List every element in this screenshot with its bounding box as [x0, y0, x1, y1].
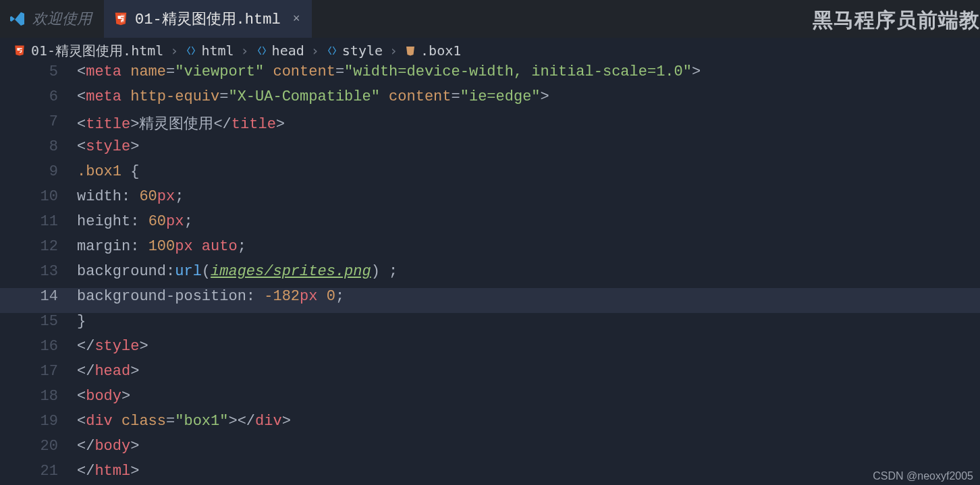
brackets-icon — [256, 45, 268, 57]
line-number: 6 — [0, 88, 77, 113]
chevron-right-icon: › — [240, 42, 250, 59]
code-line[interactable]: 13 background:url(images/sprites.png) ; — [0, 263, 980, 288]
tab-welcome[interactable]: 欢迎使用 — [0, 0, 104, 38]
brackets-icon — [326, 45, 338, 57]
brackets-icon — [185, 45, 197, 57]
watermark-top: 黑马程序员前端教 — [813, 7, 980, 34]
crumb-box1[interactable]: .box1 — [404, 42, 461, 59]
watermark-bottom: CSDN @neoxyf2005 — [873, 470, 973, 482]
line-number: 12 — [0, 238, 77, 263]
crumb-style[interactable]: style — [326, 42, 383, 59]
code-line-active[interactable]: 14 background-position: -182px 0; — [0, 288, 980, 313]
line-number: 19 — [0, 413, 77, 438]
breadcrumb: 01-精灵图使用.html › html › head › style › .b… — [0, 38, 980, 63]
code-line[interactable]: 15 } — [0, 313, 980, 338]
line-number: 5 — [0, 63, 77, 88]
crumb-html-label: html — [201, 42, 234, 59]
crumb-style-label: style — [342, 42, 383, 59]
editor[interactable]: 5 <meta name="viewport" content="width=d… — [0, 63, 980, 485]
line-number: 13 — [0, 263, 77, 288]
vscode-icon — [9, 11, 26, 27]
line-number: 9 — [0, 163, 77, 188]
crumb-head-label: head — [272, 42, 304, 59]
crumb-file-label: 01-精灵图使用.html — [31, 42, 163, 60]
line-number: 16 — [0, 338, 77, 363]
code-line[interactable]: 12 margin: 100px auto; — [0, 238, 980, 263]
chevron-right-icon: › — [169, 42, 180, 59]
line-number: 20 — [0, 438, 77, 463]
code-line[interactable]: 21</html> — [0, 463, 980, 485]
code-line[interactable]: 7 <title>精灵图使用</title> — [0, 113, 980, 138]
tab-welcome-title: 欢迎使用 — [32, 9, 92, 29]
chevron-right-icon: › — [310, 42, 321, 59]
code-line[interactable]: 16 </style> — [0, 338, 980, 363]
tab-active-title: 01-精灵图使用.html — [135, 9, 281, 29]
crumb-head[interactable]: head — [256, 42, 304, 59]
line-number: 17 — [0, 363, 77, 388]
code-line[interactable]: 8 <style> — [0, 138, 980, 163]
css-class-icon — [404, 45, 416, 57]
line-number: 8 — [0, 138, 77, 163]
tab-active-file[interactable]: 01-精灵图使用.html × — [104, 0, 312, 38]
chevron-right-icon: › — [388, 42, 399, 59]
code-line[interactable]: 18<body> — [0, 388, 980, 413]
html5-icon — [113, 11, 128, 26]
code-line[interactable]: 6 <meta http-equiv="X-UA-Compatible" con… — [0, 88, 980, 113]
code-line[interactable]: 19 <div class="box1"></div> — [0, 413, 980, 438]
code-line[interactable]: 17</head> — [0, 363, 980, 388]
line-number: 14 — [0, 288, 77, 313]
line-number: 15 — [0, 313, 77, 338]
html5-icon — [12, 43, 27, 58]
line-number: 11 — [0, 213, 77, 238]
code-line[interactable]: 9 .box1 { — [0, 163, 980, 188]
line-number: 10 — [0, 188, 77, 213]
line-number: 18 — [0, 388, 77, 413]
line-number: 21 — [0, 463, 77, 485]
code-line[interactable]: 5 <meta name="viewport" content="width=d… — [0, 63, 980, 88]
tabs-bar: 欢迎使用 01-精灵图使用.html × 黑马程序员前端教 — [0, 0, 980, 38]
close-icon[interactable]: × — [288, 12, 300, 26]
code-line[interactable]: 10 width: 60px; — [0, 188, 980, 213]
crumb-file[interactable]: 01-精灵图使用.html — [12, 42, 163, 60]
code-line[interactable]: 11 height: 60px; — [0, 213, 980, 238]
crumb-html[interactable]: html — [185, 42, 234, 59]
code-line[interactable]: 20</body> — [0, 438, 980, 463]
crumb-box1-label: .box1 — [420, 42, 461, 59]
line-number: 7 — [0, 113, 77, 138]
